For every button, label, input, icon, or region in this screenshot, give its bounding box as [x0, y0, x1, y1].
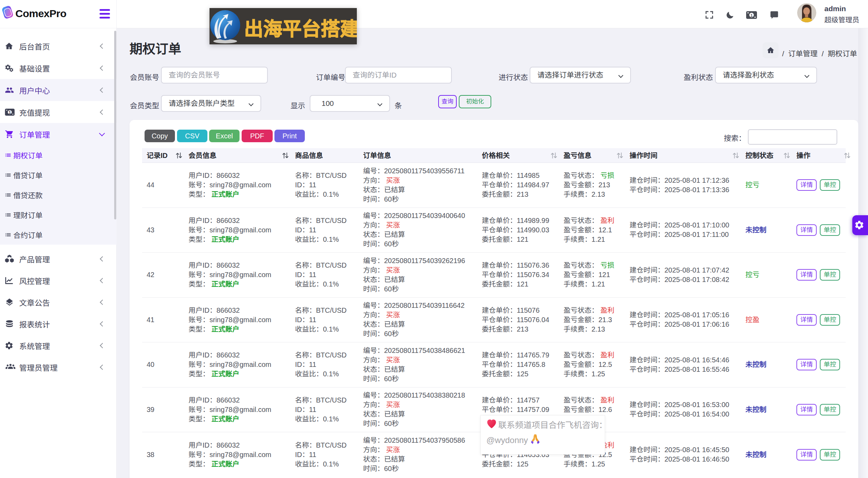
svg-text:1: 1 [750, 13, 753, 17]
svg-text:1: 1 [9, 110, 11, 115]
